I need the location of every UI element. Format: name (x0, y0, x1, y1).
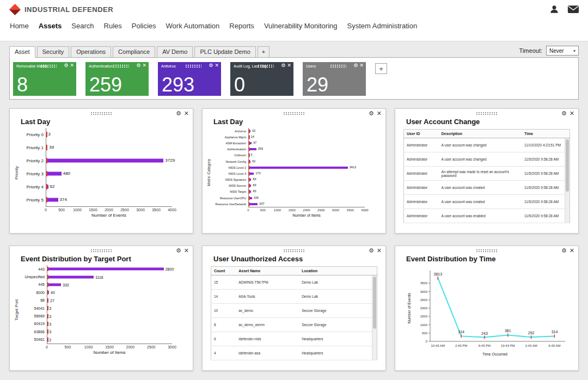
kpi-label: Antivirus (161, 64, 176, 68)
mail-icon[interactable] (567, 5, 579, 14)
close-icon[interactable]: ✕ (569, 111, 574, 117)
drag-handle-icon[interactable] (476, 112, 498, 115)
category-label: 8000 (21, 291, 47, 295)
threshold-tick-icon (47, 306, 48, 310)
nav-item-policies[interactable]: Policies (132, 22, 156, 30)
category-label: Antivirus (213, 130, 248, 133)
settings-icon[interactable]: ⚙ (353, 63, 358, 68)
widget-title: Event Distribution by Target Port (21, 255, 193, 263)
bar-chart: PriorityPriority 03Priority 139Priority … (14, 128, 187, 218)
tab-add[interactable]: + (258, 46, 270, 57)
y-axis-label: Target Port (14, 265, 21, 355)
drag-handle-icon[interactable] (283, 249, 305, 253)
settings-icon[interactable]: ⚙ (176, 248, 181, 254)
x-tick-label: 2500 (147, 345, 156, 349)
timeout-select[interactable]: Never ▾ (546, 46, 579, 56)
bar-chart: Target Port4432800Unspecified11164453328… (14, 265, 187, 355)
table-cell: 4 (211, 346, 236, 360)
kpi-card-audit-log-last-day: Audit Log, Last Day⚙✕0 (230, 62, 293, 96)
drag-handle-icon[interactable] (40, 64, 57, 68)
main-nav: HomeAssetsSearchRulesPoliciesWork Automa… (0, 19, 588, 41)
close-icon[interactable]: ✕ (215, 63, 219, 68)
nav-item-reports[interactable]: Reports (229, 22, 254, 30)
bar-row: NIDS Signature83 (213, 177, 365, 183)
nav-item-vulnerability-monitoring[interactable]: Vulnerability Monitoring (264, 22, 338, 30)
table-cell: Administrator (404, 152, 439, 167)
bar-row: Authentication259 (213, 146, 365, 152)
drag-handle-icon[interactable] (185, 64, 201, 68)
table-cell: Administrator (404, 181, 439, 195)
close-icon[interactable]: ✕ (184, 248, 189, 254)
table-cell: 11/5/2020 9:58:28 AM (522, 152, 569, 167)
tab-asset[interactable]: Asset (9, 46, 35, 58)
tab-security[interactable]: Security (37, 46, 70, 57)
bar-row: Priority 03 (21, 128, 172, 141)
x-axis: 050010001500200025003000 (47, 344, 172, 350)
add-widget-button[interactable]: + (375, 63, 387, 74)
table-row: AdministratorA user account was changed1… (404, 138, 570, 152)
close-icon[interactable]: ✕ (142, 63, 146, 68)
user-icon[interactable] (549, 4, 560, 15)
x-axis-label: Number of Events (46, 213, 172, 218)
nav-item-home[interactable]: Home (10, 22, 29, 30)
close-icon[interactable]: ✕ (377, 111, 382, 117)
kpi-card-users: Users⚙✕29 (303, 62, 366, 96)
nav-item-rules[interactable]: Rules (104, 22, 122, 30)
settings-icon[interactable]: ⚙ (561, 111, 567, 117)
nav-item-system-administration[interactable]: System Administration (347, 22, 418, 30)
kpi-value: 29 (307, 75, 328, 95)
x-axis-label: Number of Items (47, 350, 172, 355)
kpi-value: 293 (162, 75, 194, 95)
category-label: 60419 (21, 322, 47, 326)
close-icon[interactable]: ✕ (70, 63, 74, 68)
close-icon[interactable]: ✕ (359, 63, 364, 68)
drag-handle-icon[interactable] (90, 112, 112, 115)
x-tick-label: 500 (58, 208, 65, 212)
drag-handle-icon[interactable] (283, 112, 305, 115)
settings-icon[interactable]: ⚙ (561, 248, 567, 254)
scrollbar[interactable] (565, 138, 569, 223)
table-cell: av_demo (236, 304, 299, 318)
tab-plc-update-demo[interactable]: PLC Update Demo (194, 46, 255, 57)
value-label: 259 (258, 148, 263, 151)
settings-icon[interactable]: ⚙ (369, 248, 374, 254)
tab-compliance[interactable]: Compliance (113, 46, 155, 57)
scrollbar-thumb[interactable] (566, 139, 569, 192)
settings-icon[interactable]: ⚙ (64, 63, 68, 68)
table-cell: Administrator (404, 138, 439, 152)
table-row: AdministratorA user account was enabled1… (404, 209, 570, 223)
close-icon[interactable]: ✕ (287, 63, 291, 68)
bar-row: Priority 139 (21, 141, 172, 154)
settings-icon[interactable]: ⚙ (209, 63, 213, 68)
nav-item-assets[interactable]: Assets (39, 22, 62, 30)
settings-icon[interactable]: ⚙ (136, 63, 140, 68)
bar-row: 8827 (21, 297, 172, 304)
settings-icon[interactable]: ⚙ (369, 111, 374, 117)
svg-text:10:43 PM: 10:43 PM (501, 344, 515, 347)
close-icon[interactable]: ✕ (377, 248, 382, 254)
drag-handle-icon[interactable] (90, 249, 112, 253)
x-tick-label: 2000 (303, 209, 310, 212)
drag-handle-icon[interactable] (476, 249, 498, 253)
bar-row: Network Config62 (213, 158, 365, 164)
bar-row: 638663 (21, 328, 172, 335)
settings-icon[interactable]: ⚙ (176, 111, 181, 117)
close-icon[interactable]: ✕ (569, 248, 574, 254)
widget-title: Event Distribution by Time (406, 255, 578, 263)
scrollbar[interactable] (372, 275, 377, 360)
threshold-tick-icon (46, 171, 47, 176)
nav-item-search[interactable]: Search (71, 22, 94, 30)
scrollbar-thumb[interactable] (373, 277, 376, 329)
bar-row: 800040 (21, 289, 172, 296)
bar-row: 445332 (21, 281, 172, 289)
tab-operations[interactable]: Operations (71, 46, 111, 57)
y-axis-label: Priority (14, 128, 21, 218)
drag-handle-icon[interactable] (258, 64, 274, 68)
drag-handle-icon[interactable] (330, 64, 346, 68)
nav-item-work-automation[interactable]: Work Automation (166, 22, 220, 30)
drag-handle-icon[interactable] (113, 64, 129, 68)
close-icon[interactable]: ✕ (184, 111, 189, 117)
category-label: NIDS Signature (213, 178, 248, 181)
settings-icon[interactable]: ⚙ (281, 63, 285, 68)
tab-av-demo[interactable]: AV Demo (157, 46, 193, 57)
